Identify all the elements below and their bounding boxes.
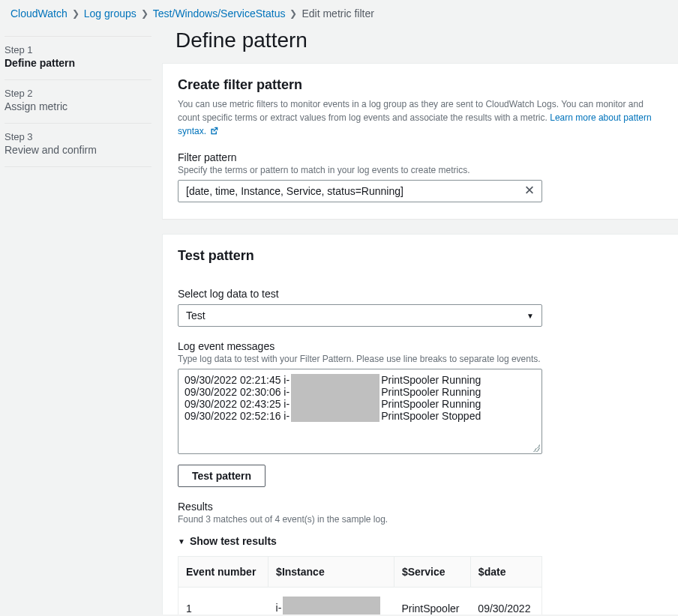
col-date[interactable]: $date bbox=[470, 557, 542, 588]
breadcrumb: CloudWatch ❯ Log groups ❯ Test/Windows/S… bbox=[0, 0, 678, 24]
results-help: Found 3 matches out of 4 event(s) in the… bbox=[178, 514, 663, 525]
cell-instance: i- bbox=[268, 588, 394, 615]
redacted-instance-id bbox=[291, 374, 380, 386]
log-line: 09/30/2022 02:43:25 i-PrintSpooler Runni… bbox=[184, 398, 536, 410]
results-label: Results bbox=[178, 501, 663, 513]
clear-input-button[interactable] bbox=[521, 182, 538, 201]
log-line: 09/30/2022 02:30:06 i-PrintSpooler Runni… bbox=[184, 386, 536, 398]
log-line: 09/30/2022 02:52:16 i-PrintSpooler Stopp… bbox=[184, 410, 536, 422]
filter-pattern-label: Filter pattern bbox=[178, 151, 663, 163]
content-area: Define pattern Create filter pattern You… bbox=[162, 24, 678, 615]
caret-down-icon: ▼ bbox=[526, 312, 534, 320]
select-log-data-label: Select log data to test bbox=[178, 288, 663, 300]
log-event-messages-textarea[interactable]: 09/30/2022 02:21:45 i-PrintSpooler Runni… bbox=[178, 369, 542, 454]
table-row: 1 i- PrintSpooler 09/30/2022 bbox=[178, 588, 542, 615]
redacted-instance-id bbox=[283, 597, 380, 615]
filter-pattern-help: Specify the terms or pattern to match in… bbox=[178, 165, 663, 175]
external-link-icon bbox=[210, 127, 218, 135]
close-icon bbox=[524, 185, 535, 196]
step-title: Review and confirm bbox=[4, 144, 152, 156]
cell-date: 09/30/2022 bbox=[470, 588, 542, 615]
results-table: Event number $Instance $Service $date 1 … bbox=[178, 556, 542, 615]
breadcrumb-current: Edit metric filter bbox=[302, 7, 374, 19]
panel-heading: Create filter pattern bbox=[178, 77, 663, 93]
create-filter-pattern-panel: Create filter pattern You can use metric… bbox=[162, 63, 678, 219]
breadcrumb-log-groups[interactable]: Log groups bbox=[84, 7, 136, 19]
step-2[interactable]: Step 2 Assign metric bbox=[4, 80, 152, 124]
log-event-messages-label: Log event messages bbox=[178, 340, 663, 352]
step-title: Assign metric bbox=[4, 100, 152, 112]
select-log-data-dropdown[interactable]: Test ▼ bbox=[178, 304, 542, 327]
cell-event-number: 1 bbox=[178, 588, 268, 615]
log-line: 09/30/2022 02:21:45 i-PrintSpooler Runni… bbox=[184, 374, 536, 386]
step-number: Step 2 bbox=[4, 88, 152, 99]
col-instance[interactable]: $Instance bbox=[268, 557, 394, 588]
step-1[interactable]: Step 1 Define pattern bbox=[4, 36, 152, 80]
breadcrumb-log-group-name[interactable]: Test/Windows/ServiceStatus bbox=[153, 7, 286, 19]
chevron-right-icon: ❯ bbox=[72, 8, 80, 19]
test-pattern-panel: Test pattern Select log data to test Tes… bbox=[162, 234, 678, 615]
panel-description: You can use metric filters to monitor ev… bbox=[178, 97, 663, 138]
redacted-instance-id bbox=[291, 386, 380, 398]
show-test-results-toggle[interactable]: ▼ Show test results bbox=[178, 529, 663, 553]
redacted-instance-id bbox=[291, 398, 380, 410]
page-title: Define pattern bbox=[162, 27, 678, 63]
col-service[interactable]: $Service bbox=[394, 557, 470, 588]
breadcrumb-cloudwatch[interactable]: CloudWatch bbox=[10, 7, 68, 19]
chevron-right-icon: ❯ bbox=[290, 8, 297, 19]
triangle-down-icon: ▼ bbox=[178, 537, 185, 546]
step-number: Step 1 bbox=[4, 44, 152, 55]
step-number: Step 3 bbox=[4, 131, 152, 142]
cell-service: PrintSpooler bbox=[394, 588, 470, 615]
col-event-number[interactable]: Event number bbox=[178, 557, 268, 588]
step-3[interactable]: Step 3 Review and confirm bbox=[4, 124, 152, 167]
redacted-instance-id bbox=[291, 410, 380, 422]
select-value: Test bbox=[186, 309, 206, 321]
resize-handle-icon[interactable] bbox=[532, 444, 540, 452]
panel-heading: Test pattern bbox=[178, 248, 663, 264]
toggle-label: Show test results bbox=[190, 535, 277, 547]
log-event-messages-help: Type log data to test with your Filter P… bbox=[178, 354, 663, 364]
chevron-right-icon: ❯ bbox=[141, 8, 148, 19]
step-title: Define pattern bbox=[4, 57, 152, 69]
wizard-steps: Step 1 Define pattern Step 2 Assign metr… bbox=[0, 24, 162, 615]
filter-pattern-input[interactable] bbox=[178, 180, 542, 202]
test-pattern-button[interactable]: Test pattern bbox=[178, 465, 266, 487]
